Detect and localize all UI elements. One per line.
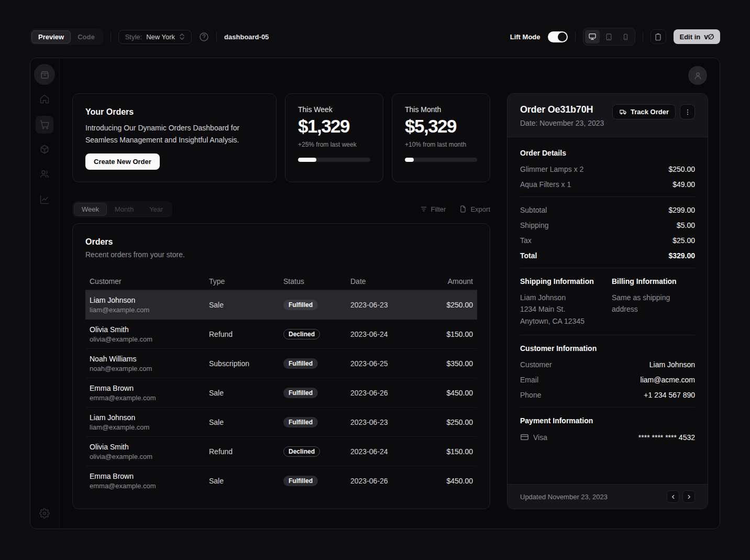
copy-code-button[interactable]: [650, 29, 666, 44]
user-avatar[interactable]: [688, 66, 707, 85]
file-icon: [459, 205, 467, 213]
billing-info-title: Billing Information: [612, 277, 695, 286]
next-order-button[interactable]: [682, 490, 695, 503]
export-button[interactable]: Export: [459, 205, 490, 213]
more-options-button[interactable]: [680, 104, 695, 119]
table-row[interactable]: Olivia Smitholivia@example.com Refund De…: [85, 437, 477, 466]
col-amount: Amount: [429, 277, 473, 286]
order-type: Sale: [209, 418, 283, 426]
shipping-value: $5.00: [677, 221, 695, 229]
create-new-order-button[interactable]: Create New Order: [85, 153, 160, 170]
order-type: Sale: [209, 389, 283, 397]
list-controls: Week Month Year Filter Export: [72, 201, 490, 217]
order-date: 2023-06-26: [350, 389, 429, 397]
order-panel-footer: Updated November 23, 2023: [508, 484, 708, 509]
tab-year[interactable]: Year: [141, 203, 171, 216]
status-badge: Fulfilled: [283, 476, 318, 486]
progress-fill: [405, 158, 414, 162]
export-label: Export: [470, 205, 490, 213]
sidebar-item-settings[interactable]: [36, 504, 53, 522]
toggle-knob: [558, 32, 567, 41]
chevron-up-down-icon: [179, 33, 185, 40]
phone-row: Phone+1 234 567 890: [520, 391, 695, 399]
updated-label: Updated November 23, 2023: [520, 493, 608, 501]
desktop-view-button[interactable]: [585, 30, 600, 43]
lift-mode-toggle[interactable]: [548, 31, 568, 42]
table-row[interactable]: Olivia Smitholivia@example.com Refund De…: [85, 320, 477, 349]
help-icon[interactable]: [199, 32, 209, 42]
status-badge: Fulfilled: [283, 417, 318, 427]
your-orders-card: Your Orders Introducing Our Dynamic Orde…: [72, 93, 277, 182]
item-name: Glimmer Lamps x 2: [520, 165, 583, 173]
table-header: Customer Type Status Date Amount: [85, 272, 477, 290]
item-name: Aqua Filters x 1: [520, 180, 571, 189]
this-month-value: $5,329: [405, 116, 477, 137]
device-size-group: [583, 28, 635, 46]
sidebar-item-analytics[interactable]: [36, 191, 53, 208]
order-date: 2023-06-25: [350, 359, 429, 368]
subtotal-value: $299.00: [668, 206, 695, 214]
col-date: Date: [350, 277, 429, 286]
this-week-progress: [298, 158, 370, 162]
total-label: Total: [520, 251, 537, 260]
customer-email: liam@example.com: [90, 306, 209, 314]
table-row[interactable]: Liam Johnsonliam@example.com Sale Fulfil…: [85, 290, 477, 320]
customer-email: emma@example.com: [90, 482, 209, 490]
tax-row: Tax$25.00: [520, 236, 695, 245]
phone-value[interactable]: +1 234 567 890: [644, 391, 695, 399]
card-number: **** **** **** 4532: [638, 433, 695, 442]
credit-card-icon: [520, 433, 529, 442]
sidebar-item-customers[interactable]: [36, 165, 53, 183]
filter-icon: [420, 205, 427, 213]
table-row[interactable]: Emma Brownemma@example.com Sale Fulfille…: [85, 378, 477, 408]
customer-name: Liam Johnson: [90, 413, 209, 422]
lift-mode-label: Lift Mode: [510, 33, 541, 41]
shipping-label: Shipping: [520, 221, 549, 229]
customer-name: Olivia Smith: [90, 325, 209, 334]
order-amount: $250.00: [429, 301, 473, 309]
order-type: Subscription: [209, 359, 283, 368]
tab-code[interactable]: Code: [71, 30, 102, 43]
track-order-button[interactable]: Track Order: [612, 104, 676, 119]
tablet-view-button[interactable]: [602, 30, 616, 43]
sidebar-item-home[interactable]: [36, 90, 53, 108]
orders-card: Orders Recent orders from your store. Cu…: [72, 223, 490, 509]
this-month-label: This Month: [405, 105, 477, 114]
sidebar-item-orders[interactable]: [36, 116, 53, 134]
style-select-label: Style:: [125, 33, 142, 41]
divider: [216, 32, 217, 41]
previous-order-button[interactable]: [667, 490, 679, 503]
customer-email: liam@example.com: [90, 423, 209, 431]
status-badge: Declined: [283, 329, 320, 339]
payment-method: Visa: [533, 433, 547, 442]
mobile-view-button[interactable]: [619, 30, 633, 43]
preview-frame: Dashboard Orders Recent Orders Search...…: [30, 58, 720, 529]
this-week-label: This Week: [298, 105, 370, 114]
order-details-title: Order Details: [520, 149, 695, 157]
subtotal-row: Subtotal$299.00: [520, 206, 695, 214]
email-value[interactable]: liam@acme.com: [641, 376, 695, 384]
style-select[interactable]: Style: New York: [118, 30, 192, 44]
table-row[interactable]: Noah Williamsnoah@example.com Subscripti…: [85, 349, 477, 378]
tab-preview[interactable]: Preview: [31, 30, 71, 43]
store-logo[interactable]: [34, 64, 55, 85]
this-month-progress: [405, 158, 477, 162]
period-tabs: Week Month Year: [72, 201, 172, 217]
tab-week[interactable]: Week: [74, 203, 107, 216]
order-type: Sale: [209, 301, 283, 309]
sidebar-item-products[interactable]: [36, 140, 53, 158]
filter-button[interactable]: Filter: [420, 205, 446, 213]
shipping-line: Anytown, CA 12345: [520, 315, 603, 327]
table-row[interactable]: Liam Johnsonliam@example.com Sale Fulfil…: [85, 408, 477, 437]
v0-logo: v∅: [704, 32, 714, 41]
customer-label: Customer: [520, 360, 552, 369]
edit-in-v0-label: Edit in: [680, 33, 701, 41]
billing-line: Same as shipping address: [612, 292, 680, 315]
col-customer: Customer: [90, 277, 209, 286]
shipping-line: Liam Johnson: [520, 292, 603, 303]
subtotal-label: Subtotal: [520, 206, 547, 214]
order-amount: $450.00: [429, 477, 473, 485]
table-row[interactable]: Emma Brownemma@example.com Sale Fulfille…: [85, 466, 477, 496]
tab-month[interactable]: Month: [107, 203, 141, 216]
edit-in-v0-button[interactable]: Edit in v∅: [674, 29, 721, 44]
